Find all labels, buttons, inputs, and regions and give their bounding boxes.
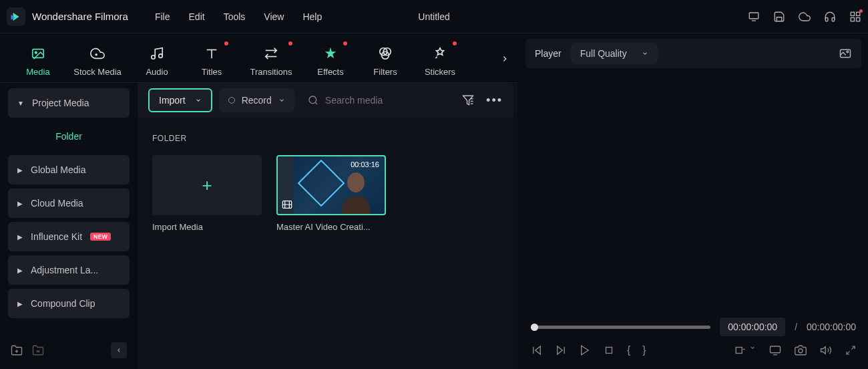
media-clip[interactable]: 00:03:16 Master AI Video Creati... <box>276 155 386 232</box>
svg-rect-39 <box>736 348 742 354</box>
media-panel: Import Record ••• <box>138 83 517 369</box>
menu-bar: File Edit Tools View Help <box>155 11 322 22</box>
chevron-right-icon: ▶ <box>17 267 23 274</box>
scrubber-handle[interactable] <box>531 324 538 331</box>
menu-tools[interactable]: Tools <box>224 11 246 22</box>
sidebar-item-global-media[interactable]: ▶ Global Media <box>8 155 130 184</box>
svg-rect-0 <box>749 13 758 19</box>
svg-point-10 <box>159 54 163 58</box>
folder-section-label: FOLDER <box>152 134 503 143</box>
step-back-icon[interactable] <box>531 344 543 356</box>
save-icon[interactable] <box>773 11 785 23</box>
stop-icon[interactable] <box>603 344 615 356</box>
sidebar-footer <box>8 337 130 364</box>
new-folder-icon[interactable] <box>11 344 23 356</box>
player-timeline: 00:00:00:00 / 00:00:00:00 <box>525 316 861 338</box>
new-badge: NEW <box>90 233 111 241</box>
screen-icon[interactable] <box>748 11 760 23</box>
sidebar-sub-folder[interactable]: Folder <box>8 122 130 151</box>
collapse-sidebar-button[interactable] <box>111 342 127 358</box>
tab-stickers[interactable]: Stickers <box>413 39 467 77</box>
search-input[interactable] <box>325 95 432 106</box>
scrubber[interactable] <box>531 326 710 329</box>
transitions-icon <box>264 45 278 62</box>
camera-icon[interactable] <box>795 344 807 356</box>
toolbar-right: ••• <box>462 94 503 108</box>
record-button[interactable]: Record <box>219 88 294 112</box>
more-icon[interactable]: ••• <box>486 94 503 108</box>
tab-media[interactable]: Media <box>11 39 65 77</box>
svg-point-8 <box>95 54 97 55</box>
chevron-right-icon[interactable] <box>500 52 509 66</box>
import-button[interactable]: Import <box>148 88 212 112</box>
player-header: Player Full Quality <box>525 39 861 68</box>
sidebar-item-influence-kit[interactable]: ▶ Influence Kit NEW <box>8 222 130 251</box>
headphones-icon[interactable] <box>824 11 836 23</box>
sidebar-item-compound-clip[interactable]: ▶ Compound Clip <box>8 289 130 318</box>
tab-audio[interactable]: Audio <box>130 39 184 77</box>
player-label: Player <box>535 48 562 59</box>
notification-dot <box>343 41 347 45</box>
svg-point-7 <box>35 51 37 53</box>
svg-rect-2 <box>851 12 854 15</box>
current-time: 00:00:00:00 <box>720 318 785 336</box>
audio-icon <box>150 45 164 62</box>
tab-transitions[interactable]: Transitions <box>239 39 303 77</box>
cloud-icon[interactable] <box>799 11 811 23</box>
media-grid: + Import Media 00:03:16 <box>152 155 503 232</box>
svg-marker-44 <box>821 347 826 354</box>
import-media-tile[interactable]: + Import Media <box>152 155 262 232</box>
step-forward-icon[interactable] <box>555 344 567 356</box>
svg-marker-37 <box>582 346 589 355</box>
left-panel: Media Stock Media Audio Titles Transitio… <box>0 33 517 369</box>
svg-point-26 <box>347 172 365 193</box>
sidebar-label: Adjustment La... <box>31 265 98 275</box>
player-controls: { } <box>525 338 861 362</box>
player-viewport[interactable] <box>525 72 861 316</box>
sidebar-label: Influence Kit <box>31 231 82 242</box>
svg-point-43 <box>799 349 803 353</box>
snapshot-icon[interactable] <box>839 47 852 60</box>
total-time: 00:00:00:00 <box>807 322 856 332</box>
svg-line-46 <box>847 351 850 354</box>
sidebar-item-project-media[interactable]: ▼ Project Media <box>8 88 130 118</box>
svg-rect-5 <box>857 17 860 21</box>
sidebar-label: Project Media <box>32 98 89 108</box>
quality-select[interactable]: Full Quality <box>571 43 658 64</box>
apps-icon[interactable] <box>849 11 861 23</box>
tab-effects[interactable]: Effects <box>303 39 358 77</box>
sidebar-label: Global Media <box>31 164 86 175</box>
filters-icon <box>378 45 393 62</box>
tile-label: Master AI Video Creati... <box>276 222 386 232</box>
fullscreen-icon[interactable] <box>845 345 856 356</box>
mark-in-icon[interactable]: { <box>627 344 630 356</box>
menu-view[interactable]: View <box>264 11 284 22</box>
sidebar-item-cloud-media[interactable]: ▶ Cloud Media <box>8 189 130 218</box>
tab-titles[interactable]: Titles <box>184 39 239 77</box>
titles-icon <box>204 45 219 62</box>
filter-icon[interactable] <box>462 94 474 106</box>
menu-edit[interactable]: Edit <box>189 11 205 22</box>
menu-help[interactable]: Help <box>302 11 322 22</box>
tab-filters[interactable]: Filters <box>358 39 413 77</box>
top-tabs: Media Stock Media Audio Titles Transitio… <box>0 33 517 83</box>
record-icon <box>228 97 235 104</box>
time-separator: / <box>795 322 797 332</box>
media-body: FOLDER + Import Media <box>138 122 517 369</box>
ratio-icon[interactable] <box>734 344 756 356</box>
svg-point-32 <box>847 51 849 53</box>
menu-file[interactable]: File <box>155 11 170 22</box>
svg-rect-3 <box>857 12 860 15</box>
app-logo <box>7 7 25 26</box>
delete-folder-icon[interactable] <box>32 344 44 356</box>
svg-line-21 <box>315 102 317 104</box>
volume-icon[interactable] <box>820 344 832 356</box>
display-icon[interactable] <box>769 344 781 356</box>
sidebar-item-adjustment-layer[interactable]: ▶ Adjustment La... <box>8 255 130 285</box>
media-toolbar: Import Record ••• <box>138 83 513 118</box>
svg-rect-41 <box>771 346 781 353</box>
stickers-icon <box>433 45 447 62</box>
tab-stock-media[interactable]: Stock Media <box>65 39 130 77</box>
mark-out-icon[interactable]: } <box>642 344 646 356</box>
play-icon[interactable] <box>579 344 591 356</box>
